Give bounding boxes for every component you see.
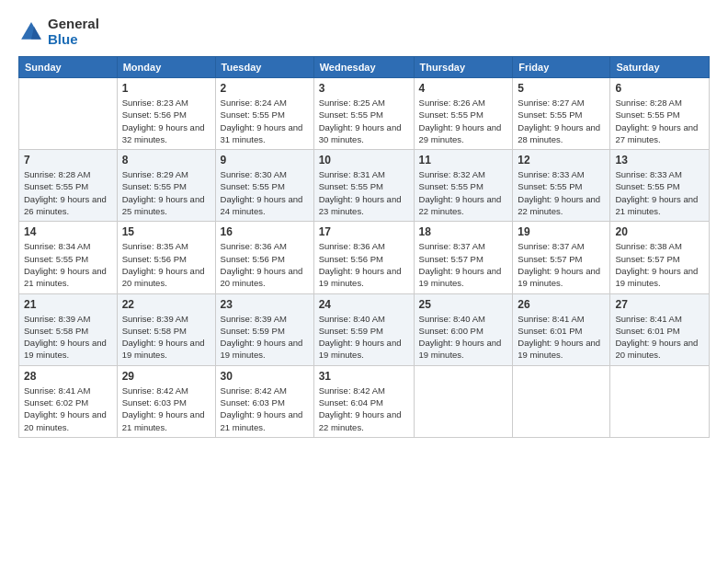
- calendar: SundayMondayTuesdayWednesdayThursdayFrid…: [18, 56, 710, 438]
- calendar-cell: 14Sunrise: 8:34 AMSunset: 5:55 PMDayligh…: [19, 222, 118, 293]
- day-info: Sunrise: 8:39 AMSunset: 5:58 PMDaylight:…: [24, 313, 112, 362]
- calendar-cell: [513, 365, 610, 437]
- day-number: 8: [122, 154, 210, 167]
- calendar-cell: 2Sunrise: 8:24 AMSunset: 5:55 PMDaylight…: [215, 78, 313, 150]
- logo-icon: [18, 19, 44, 45]
- day-info: Sunrise: 8:27 AMSunset: 5:55 PMDaylight:…: [518, 97, 605, 145]
- day-info: Sunrise: 8:41 AMSunset: 6:02 PMDaylight:…: [24, 385, 112, 433]
- calendar-cell: 24Sunrise: 8:40 AMSunset: 5:59 PMDayligh…: [313, 293, 414, 365]
- calendar-cell: 26Sunrise: 8:41 AMSunset: 6:01 PMDayligh…: [513, 293, 610, 365]
- calendar-cell: 1Sunrise: 8:23 AMSunset: 5:56 PMDaylight…: [117, 78, 215, 150]
- day-number: 6: [615, 82, 704, 95]
- page: General Blue SundayMondayTuesdayWednesda…: [0, 0, 728, 563]
- calendar-header-row: SundayMondayTuesdayWednesdayThursdayFrid…: [19, 57, 710, 78]
- day-info: Sunrise: 8:39 AMSunset: 5:59 PMDaylight:…: [221, 313, 309, 362]
- day-number: 16: [221, 225, 309, 238]
- day-info: Sunrise: 8:31 AMSunset: 5:55 PMDaylight:…: [319, 168, 409, 217]
- column-header-wednesday: Wednesday: [313, 57, 414, 78]
- day-number: 4: [419, 82, 508, 95]
- day-info: Sunrise: 8:42 AMSunset: 6:03 PMDaylight:…: [122, 385, 210, 433]
- column-header-sunday: Sunday: [19, 57, 118, 78]
- day-info: Sunrise: 8:33 AMSunset: 5:55 PMDaylight:…: [518, 168, 605, 217]
- day-number: 5: [518, 82, 605, 95]
- day-info: Sunrise: 8:37 AMSunset: 5:57 PMDaylight:…: [419, 240, 508, 289]
- calendar-cell: 12Sunrise: 8:33 AMSunset: 5:55 PMDayligh…: [513, 150, 610, 222]
- day-info: Sunrise: 8:40 AMSunset: 5:59 PMDaylight:…: [319, 313, 409, 362]
- calendar-cell: [414, 365, 513, 437]
- logo: General Blue: [18, 17, 99, 47]
- column-header-friday: Friday: [513, 57, 610, 78]
- day-number: 29: [122, 370, 210, 383]
- day-number: 14: [24, 225, 112, 238]
- calendar-cell: 22Sunrise: 8:39 AMSunset: 5:58 PMDayligh…: [117, 293, 215, 365]
- week-row-3: 14Sunrise: 8:34 AMSunset: 5:55 PMDayligh…: [19, 222, 710, 293]
- calendar-cell: 10Sunrise: 8:31 AMSunset: 5:55 PMDayligh…: [313, 150, 414, 222]
- column-header-thursday: Thursday: [414, 57, 513, 78]
- day-info: Sunrise: 8:28 AMSunset: 5:55 PMDaylight:…: [615, 97, 704, 145]
- calendar-cell: 11Sunrise: 8:32 AMSunset: 5:55 PMDayligh…: [414, 150, 513, 222]
- day-number: 27: [615, 298, 704, 311]
- day-info: Sunrise: 8:36 AMSunset: 5:56 PMDaylight:…: [221, 240, 309, 289]
- day-info: Sunrise: 8:30 AMSunset: 5:55 PMDaylight:…: [221, 168, 309, 217]
- day-info: Sunrise: 8:41 AMSunset: 6:01 PMDaylight:…: [518, 313, 605, 362]
- day-info: Sunrise: 8:40 AMSunset: 6:00 PMDaylight:…: [419, 313, 508, 362]
- calendar-cell: 8Sunrise: 8:29 AMSunset: 5:55 PMDaylight…: [117, 150, 215, 222]
- calendar-cell: 31Sunrise: 8:42 AMSunset: 6:04 PMDayligh…: [313, 365, 414, 437]
- calendar-cell: [19, 78, 118, 150]
- day-info: Sunrise: 8:32 AMSunset: 5:55 PMDaylight:…: [419, 168, 508, 217]
- day-info: Sunrise: 8:35 AMSunset: 5:56 PMDaylight:…: [122, 240, 210, 289]
- calendar-cell: 13Sunrise: 8:33 AMSunset: 5:55 PMDayligh…: [610, 150, 710, 222]
- day-info: Sunrise: 8:28 AMSunset: 5:55 PMDaylight:…: [24, 168, 112, 217]
- column-header-saturday: Saturday: [610, 57, 710, 78]
- calendar-cell: 17Sunrise: 8:36 AMSunset: 5:56 PMDayligh…: [313, 222, 414, 293]
- day-info: Sunrise: 8:38 AMSunset: 5:57 PMDaylight:…: [615, 240, 704, 289]
- calendar-cell: 19Sunrise: 8:37 AMSunset: 5:57 PMDayligh…: [513, 222, 610, 293]
- day-number: 17: [319, 225, 409, 238]
- day-info: Sunrise: 8:41 AMSunset: 6:01 PMDaylight:…: [615, 313, 704, 362]
- day-number: 11: [419, 154, 508, 167]
- calendar-cell: 25Sunrise: 8:40 AMSunset: 6:00 PMDayligh…: [414, 293, 513, 365]
- day-info: Sunrise: 8:39 AMSunset: 5:58 PMDaylight:…: [122, 313, 210, 362]
- day-number: 28: [24, 370, 112, 383]
- day-number: 20: [615, 225, 704, 238]
- day-info: Sunrise: 8:42 AMSunset: 6:04 PMDaylight:…: [319, 385, 409, 433]
- day-number: 26: [518, 298, 605, 311]
- week-row-2: 7Sunrise: 8:28 AMSunset: 5:55 PMDaylight…: [19, 150, 710, 222]
- day-number: 3: [319, 82, 409, 95]
- day-number: 22: [122, 298, 210, 311]
- day-info: Sunrise: 8:23 AMSunset: 5:56 PMDaylight:…: [122, 97, 210, 145]
- calendar-cell: 27Sunrise: 8:41 AMSunset: 6:01 PMDayligh…: [610, 293, 710, 365]
- day-number: 2: [221, 82, 309, 95]
- calendar-cell: 3Sunrise: 8:25 AMSunset: 5:55 PMDaylight…: [313, 78, 414, 150]
- calendar-cell: 20Sunrise: 8:38 AMSunset: 5:57 PMDayligh…: [610, 222, 710, 293]
- day-info: Sunrise: 8:34 AMSunset: 5:55 PMDaylight:…: [24, 240, 112, 289]
- calendar-cell: [610, 365, 710, 437]
- day-number: 12: [518, 154, 605, 167]
- logo-text: General Blue: [48, 17, 99, 47]
- day-number: 7: [24, 154, 112, 167]
- day-number: 9: [221, 154, 309, 167]
- day-number: 25: [419, 298, 508, 311]
- day-info: Sunrise: 8:26 AMSunset: 5:55 PMDaylight:…: [419, 97, 508, 145]
- calendar-cell: 6Sunrise: 8:28 AMSunset: 5:55 PMDaylight…: [610, 78, 710, 150]
- day-number: 1: [122, 82, 210, 95]
- week-row-4: 21Sunrise: 8:39 AMSunset: 5:58 PMDayligh…: [19, 293, 710, 365]
- day-number: 23: [221, 298, 309, 311]
- day-number: 19: [518, 225, 605, 238]
- day-number: 10: [319, 154, 409, 167]
- week-row-1: 1Sunrise: 8:23 AMSunset: 5:56 PMDaylight…: [19, 78, 710, 150]
- day-number: 24: [319, 298, 409, 311]
- day-number: 15: [122, 225, 210, 238]
- column-header-monday: Monday: [117, 57, 215, 78]
- calendar-cell: 23Sunrise: 8:39 AMSunset: 5:59 PMDayligh…: [215, 293, 313, 365]
- calendar-cell: 5Sunrise: 8:27 AMSunset: 5:55 PMDaylight…: [513, 78, 610, 150]
- day-number: 31: [319, 370, 409, 383]
- day-number: 21: [24, 298, 112, 311]
- column-header-tuesday: Tuesday: [215, 57, 313, 78]
- day-info: Sunrise: 8:33 AMSunset: 5:55 PMDaylight:…: [615, 168, 704, 217]
- day-number: 18: [419, 225, 508, 238]
- calendar-cell: 30Sunrise: 8:42 AMSunset: 6:03 PMDayligh…: [215, 365, 313, 437]
- day-info: Sunrise: 8:42 AMSunset: 6:03 PMDaylight:…: [221, 385, 309, 433]
- calendar-cell: 21Sunrise: 8:39 AMSunset: 5:58 PMDayligh…: [19, 293, 118, 365]
- day-info: Sunrise: 8:25 AMSunset: 5:55 PMDaylight:…: [319, 97, 409, 145]
